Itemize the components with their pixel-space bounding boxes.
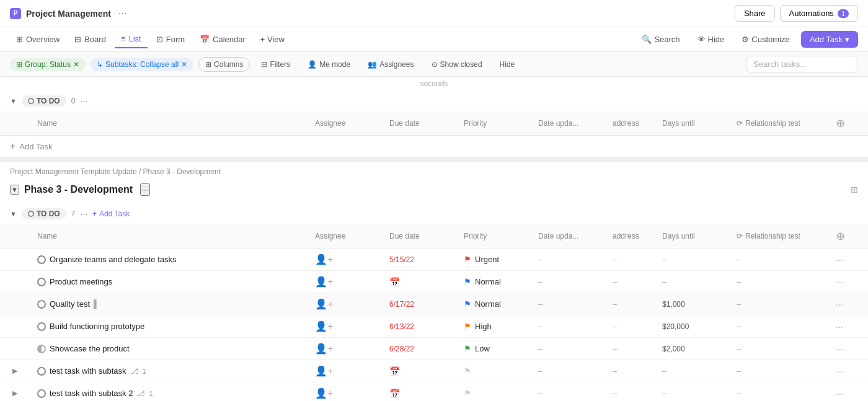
row6-more: ··· <box>833 363 858 380</box>
row6-expand-button[interactable]: ▶ <box>12 367 17 375</box>
row1-name[interactable]: Organize teams and delegate tasks <box>50 255 177 264</box>
col-daysuntil-top: Days until <box>660 114 734 133</box>
row2-address: – <box>610 273 660 290</box>
group-close-icon[interactable]: ✕ <box>73 60 79 69</box>
add-task-row-top[interactable]: + Add Task <box>0 136 868 157</box>
row6-duedate[interactable]: 📅 <box>387 363 461 380</box>
share-button[interactable]: Share <box>735 5 775 22</box>
search-nav-button[interactable]: 🔍 Search <box>636 32 686 47</box>
todo-dots-phase3[interactable]: ··· <box>80 209 87 219</box>
row3-duedate[interactable]: 6/17/22 <box>387 296 461 312</box>
row4-assign-icon[interactable]: 👤+ <box>315 320 333 332</box>
automations-button[interactable]: Automations 1 <box>780 5 858 22</box>
row1-expand <box>10 256 35 263</box>
row5-duedate[interactable]: 6/28/22 <box>387 341 461 357</box>
row5-name[interactable]: Showcase the product <box>50 344 130 353</box>
person-icon: 👤 <box>308 60 317 69</box>
row4-priority[interactable]: ⚑ High <box>461 318 536 335</box>
phase3-section: Project Management Template Update / Pha… <box>0 162 868 401</box>
columns-chip[interactable]: ⊞ Columns <box>198 57 250 72</box>
row3-daysuntil: $1,000 <box>660 296 734 312</box>
row2-dateupdated-val: – <box>538 277 542 286</box>
row1-duedate[interactable]: 5/15/22 <box>387 252 461 268</box>
group-status-chip[interactable]: ⊞ Group: Status ✕ <box>10 58 86 71</box>
plus-button-top[interactable]: + <box>10 141 16 152</box>
row6-address: – <box>610 363 660 379</box>
group-toggle-top[interactable]: ▼ <box>10 97 17 105</box>
col-address-top: address <box>610 114 660 133</box>
row1-more: ··· <box>833 251 858 268</box>
customize-button[interactable]: ⚙ Customize <box>735 32 795 47</box>
todo-dots-top[interactable]: ··· <box>80 96 87 106</box>
row2-assign-icon[interactable]: 👤+ <box>315 276 333 288</box>
assignees-chip[interactable]: 👥 Assignees <box>361 58 420 71</box>
tab-overview[interactable]: ⊞ Overview <box>10 31 66 48</box>
row7-name[interactable]: test task with subtask 2 <box>50 389 133 398</box>
phase3-dots-button[interactable]: ··· <box>140 183 150 196</box>
row2-name[interactable]: Product meetings <box>50 277 112 286</box>
row7-more-button[interactable]: ··· <box>836 389 843 399</box>
row5-more-button[interactable]: ··· <box>836 344 843 354</box>
row7-status-icon <box>37 389 46 398</box>
row4-more-button[interactable]: ··· <box>836 322 843 332</box>
todo-group-header-phase3: ▼ TO DO 7 ··· + Add Task <box>0 203 868 224</box>
row3-priority[interactable]: ⚑ Normal <box>461 296 536 312</box>
subtasks-chip[interactable]: ↳ Subtasks: Collapse all ✕ <box>91 58 193 71</box>
row5-assign-icon[interactable]: 👤+ <box>315 343 333 355</box>
p3-col-duedate: Due date <box>387 227 461 245</box>
row3-name[interactable]: Quality test <box>50 299 90 309</box>
row1-more-button[interactable]: ··· <box>836 255 843 265</box>
hide-button[interactable]: 👁 Hide <box>691 32 731 47</box>
tab-form[interactable]: ⊡ Form <box>150 31 191 48</box>
add-task-inline-button[interactable]: + Add Task <box>92 209 130 218</box>
row2-more-button[interactable]: ··· <box>836 277 843 287</box>
subtasks-close-icon[interactable]: ✕ <box>181 60 187 69</box>
row3-assign-icon[interactable]: 👤+ <box>315 298 333 310</box>
row3-more-button[interactable]: ··· <box>836 299 843 309</box>
row4-duedate[interactable]: 6/13/22 <box>387 319 461 335</box>
show-closed-chip[interactable]: ⊙ Show closed <box>425 58 489 71</box>
row4-name[interactable]: Build functioning prototype <box>50 322 144 331</box>
top-bar-left: P Project Management ··· <box>10 7 129 20</box>
row5-priority[interactable]: ⚑ Low <box>461 340 536 357</box>
row7-expand-button[interactable]: ▶ <box>12 389 17 397</box>
automations-label: Automations <box>789 9 834 18</box>
row1-assign-icon[interactable]: 👤+ <box>315 253 333 265</box>
row6-name[interactable]: test task with subtask <box>50 366 126 376</box>
row7-priority[interactable]: ⚑ <box>461 385 536 401</box>
group-toggle-phase3[interactable]: ▼ <box>10 210 17 218</box>
phase3-collapse-button[interactable]: ▼ <box>10 185 19 195</box>
row7-more: ··· <box>833 385 858 402</box>
tab-board[interactable]: ⊟ Board <box>68 31 112 48</box>
row2-priority[interactable]: ⚑ Normal <box>461 273 536 290</box>
tab-calendar[interactable]: 📅 Calendar <box>193 31 252 48</box>
show-closed-label: Show closed <box>440 60 482 69</box>
row2-flag-icon: ⚑ <box>464 277 471 286</box>
todo-status-badge-phase3: TO DO <box>22 208 66 219</box>
row6-priority[interactable]: ⚑ <box>461 363 536 379</box>
add-column-button-top[interactable]: ⊕ <box>836 117 845 130</box>
add-task-button[interactable]: Add Task ▾ <box>801 31 858 48</box>
add-column-button-p3[interactable]: ⊕ <box>836 229 845 243</box>
row7-assign-icon[interactable]: 👤+ <box>315 387 333 399</box>
row3-more: ··· <box>833 296 858 313</box>
search-tasks-input[interactable] <box>746 56 858 73</box>
row6-assign-icon[interactable]: 👤+ <box>315 365 333 377</box>
hide-chip[interactable]: Hide <box>494 58 521 71</box>
row2-rel-val: – <box>737 277 741 286</box>
row2-duedate[interactable]: 📅 <box>387 273 461 291</box>
tab-list[interactable]: ≡ List <box>115 30 148 48</box>
status-circle-top <box>28 98 34 104</box>
group-icon: ⊞ <box>16 60 22 69</box>
project-dots-button[interactable]: ··· <box>116 7 129 20</box>
section-grid-button[interactable]: ⊞ <box>851 185 858 195</box>
row1-priority[interactable]: ⚑ Urgent <box>461 251 536 268</box>
table-row: ▶ test task with subtask 2 ⎇ 1 👤+ 📅 ⚑ <box>0 382 868 401</box>
row7-duedate[interactable]: 📅 <box>387 385 461 402</box>
todo-status-badge-top: TO DO <box>22 95 66 107</box>
filters-chip[interactable]: ⊟ Filters <box>255 58 296 71</box>
row6-more-button[interactable]: ··· <box>836 366 843 376</box>
add-view-button[interactable]: + View <box>254 31 291 48</box>
memode-chip[interactable]: 👤 Me mode <box>301 58 356 71</box>
row1-rel-val: – <box>737 255 741 264</box>
